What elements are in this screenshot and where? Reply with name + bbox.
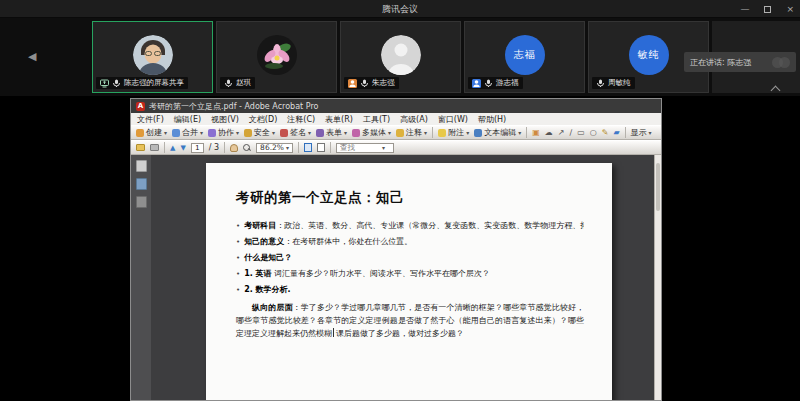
- task-多媒体-icon: [352, 129, 360, 137]
- scrollbar-thumb[interactable]: [656, 163, 660, 211]
- task-安全-button[interactable]: 安全▾: [244, 127, 275, 138]
- bullet-lead: 1. 英语: [244, 269, 271, 278]
- comment-文本编辑-button[interactable]: 文本编辑▾: [474, 127, 521, 138]
- participant-tile[interactable]: 朱志强: [340, 21, 461, 93]
- task-创建-button[interactable]: 创建▾: [136, 127, 167, 138]
- paragraph-part2: 课后题做了多少题，做对过多少题？: [336, 329, 464, 338]
- page-total-label: / 3: [209, 143, 219, 152]
- comment-附注-button[interactable]: 附注▾: [438, 127, 469, 138]
- bullet-item: 1. 英语 词汇量有多少？听力水平、阅读水平、写作水平在哪个层次？: [236, 266, 584, 282]
- close-button[interactable]: ×: [786, 4, 794, 14]
- maximize-button[interactable]: [764, 6, 771, 13]
- bullet-text: ：在考研群体中，你处在什么位置。: [284, 237, 412, 246]
- task-合并-button[interactable]: 合并▾: [172, 127, 203, 138]
- toolbar-separator: [625, 127, 626, 138]
- pdf-paragraph: 纵向的层面：学了多少？学过哪几章哪几节，是否有一个清晰的框架？哪些章节感觉比较好…: [236, 301, 584, 340]
- arrow-tool-icon[interactable]: ↗: [558, 128, 565, 138]
- chevron-down-icon: ▾: [466, 129, 469, 136]
- rectangle-tool-icon[interactable]: ▭: [577, 128, 585, 138]
- avatar: [779, 57, 790, 68]
- task-多媒体-label: 多媒体: [362, 127, 386, 138]
- task-合并-icon: [172, 129, 180, 137]
- layers-panel-icon[interactable]: [136, 196, 147, 208]
- show-comments-label: 显示: [631, 127, 647, 138]
- oval-tool-icon[interactable]: ○: [590, 128, 597, 138]
- collapse-strip-left-icon[interactable]: ◀: [28, 50, 36, 63]
- chevron-down-icon: ▾: [518, 129, 521, 136]
- screen-share-area: A 考研的第一个立足点.pdf - Adobe Acrobat Pro 文件(F…: [0, 96, 800, 401]
- find-input[interactable]: [340, 143, 380, 152]
- task-协作-button[interactable]: 协作▾: [208, 127, 239, 138]
- participant-label: 朱志强: [344, 77, 399, 89]
- participant-name: 游志福: [496, 78, 519, 88]
- show-comments-button[interactable]: 显示▾: [631, 127, 652, 138]
- menu-item[interactable]: 文件(F): [137, 114, 164, 125]
- collapse-strip-up-icon[interactable]: [771, 84, 780, 93]
- stamp-tool-icon[interactable]: ▣: [532, 128, 540, 138]
- menu-item[interactable]: 窗口(W): [438, 114, 468, 125]
- line-tool-icon[interactable]: ∕: [569, 128, 572, 138]
- continuous-layout-icon[interactable]: [317, 143, 325, 152]
- task-安全-label: 安全: [254, 127, 270, 138]
- bookmarks-panel-icon[interactable]: [136, 178, 147, 190]
- task-创建-icon: [136, 129, 144, 137]
- chevron-down-icon: ▾: [272, 129, 275, 136]
- menu-item[interactable]: 文档(D): [249, 114, 277, 125]
- host-badge-icon: [348, 79, 357, 88]
- marquee-zoom-icon[interactable]: [243, 144, 251, 152]
- video-strip: ◀ 陈志强的屏幕共享赵琪朱志强志福游志福敏纯周敏纯 正在讲话: 陈志强: [0, 18, 800, 96]
- menu-item[interactable]: 视图(V): [211, 114, 239, 125]
- acrobat-app-icon: A: [136, 102, 145, 111]
- bullet-lead: 知己的意义: [244, 237, 284, 246]
- hand-tool-icon[interactable]: [230, 144, 238, 152]
- task-注释-button[interactable]: 注释▾: [396, 127, 427, 138]
- open-file-icon[interactable]: [136, 144, 145, 151]
- participant-tile[interactable]: 陈志强的屏幕共享: [92, 21, 213, 93]
- find-box[interactable]: ▾: [336, 143, 394, 153]
- menu-item[interactable]: 注释(C): [287, 114, 315, 125]
- page-number-input[interactable]: [191, 143, 204, 153]
- menu-item[interactable]: 工具(T): [363, 114, 390, 125]
- menu-item[interactable]: 编辑(E): [174, 114, 201, 125]
- comment-附注-label: 附注: [448, 127, 464, 138]
- participant-label: 赵琪: [220, 77, 255, 89]
- previous-page-icon[interactable]: ▲: [170, 144, 175, 152]
- participant-name: 朱志强: [372, 78, 395, 88]
- cloud-tool-icon[interactable]: ☁: [545, 128, 553, 138]
- speaking-avatars: [772, 57, 790, 68]
- chevron-down-icon: ▾: [649, 129, 652, 136]
- next-page-icon[interactable]: ▼: [180, 144, 185, 152]
- highlight-tool-icon[interactable]: ▰: [613, 128, 619, 138]
- menu-item[interactable]: 表单(R): [325, 114, 353, 125]
- task-多媒体-button[interactable]: 多媒体▾: [352, 127, 391, 138]
- initials-avatar: 敏纯: [629, 35, 669, 75]
- acrobat-menubar: 文件(F)编辑(E)视图(V)文档(D)注释(C)表单(R)工具(T)高级(A)…: [131, 113, 661, 125]
- participant-tile[interactable]: 志福游志福: [464, 21, 585, 93]
- participant-label: 周敏纯: [592, 77, 635, 89]
- pdf-page: 考研的第一个立足点：知己 考研科目：政治、英语、数分、高代、专业课（常微分、复变…: [206, 163, 612, 400]
- single-page-layout-icon[interactable]: [304, 143, 312, 152]
- minimize-button[interactable]: —: [740, 4, 749, 14]
- bullet-item: 什么是知己？: [236, 250, 584, 266]
- chevron-down-icon: ▾: [236, 129, 239, 136]
- acrobat-nav-toolbar: ▲ ▼ / 3 86.2% ▾ ▾: [131, 140, 661, 155]
- task-协作-icon: [208, 129, 216, 137]
- menu-item[interactable]: 帮助(H): [478, 114, 506, 125]
- pages-panel-icon[interactable]: [136, 160, 147, 172]
- acrobat-window: A 考研的第一个立足点.pdf - Adobe Acrobat Pro 文件(F…: [130, 98, 662, 401]
- menu-item[interactable]: 高级(A): [400, 114, 428, 125]
- meeting-titlebar: 腾讯会议 — ×: [0, 0, 800, 18]
- bullet-item: 考研科目：政治、英语、数分、高代、专业课（常微分、复变函数、实变函数、数学物理方…: [236, 218, 584, 234]
- chevron-down-icon: ▾: [164, 129, 167, 136]
- pencil-tool-icon[interactable]: ✎: [602, 128, 609, 138]
- task-创建-label: 创建: [146, 127, 162, 138]
- task-安全-icon: [244, 129, 252, 137]
- zoom-level-select[interactable]: 86.2% ▾: [256, 143, 293, 153]
- document-pane: 考研的第一个立足点：知己 考研科目：政治、英语、数分、高代、专业课（常微分、复变…: [151, 155, 661, 400]
- participant-tile[interactable]: 赵琪: [216, 21, 337, 93]
- chevron-down-icon: ▾: [388, 129, 391, 136]
- document-scrollbar[interactable]: [654, 155, 661, 400]
- task-签名-button[interactable]: 签名▾: [280, 127, 311, 138]
- print-icon[interactable]: [150, 144, 159, 151]
- task-表单-button[interactable]: 表单▾: [316, 127, 347, 138]
